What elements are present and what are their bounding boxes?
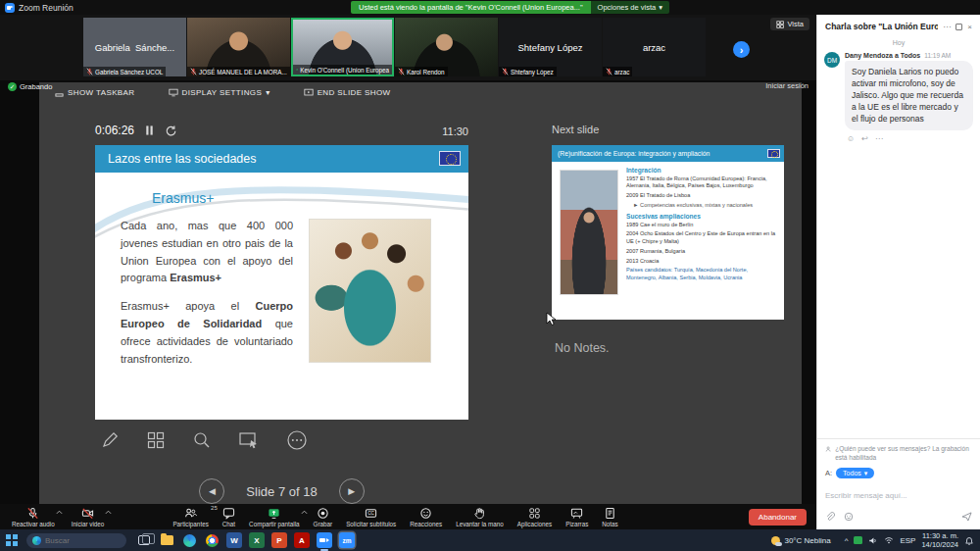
recording-label: Grabando	[20, 82, 52, 91]
participant-label-text: Kevin O'Connell (Union Europea	[300, 67, 389, 74]
end-slide-show-label: END SLIDE SHOW	[318, 88, 391, 97]
meeting-controls-group: 25 Participantes Chat Compartir pantalla…	[172, 507, 617, 527]
attach-file-icon[interactable]	[825, 512, 835, 522]
participant-tile-karol[interactable]: Karol Rendon	[395, 18, 498, 76]
zoom-slide-button[interactable]	[192, 430, 212, 450]
pause-timer-button[interactable]	[144, 125, 155, 136]
search-input[interactable]	[45, 536, 121, 545]
unmute-audio-button[interactable]: Reactivar audio	[12, 507, 55, 527]
edge-browser-icon[interactable]	[181, 532, 197, 548]
task-view-icon[interactable]	[136, 532, 152, 548]
close-icon[interactable]: ×	[967, 23, 972, 31]
mic-muted-icon	[26, 507, 39, 520]
notes-button[interactable]: Notas	[602, 507, 617, 527]
chevron-down-icon: ▾	[659, 1, 662, 14]
leave-meeting-button[interactable]: Abandonar	[749, 509, 807, 526]
next-slide-button[interactable]: ▶	[339, 478, 365, 504]
view-layout-button[interactable]: Vista	[770, 18, 809, 30]
file-explorer-icon[interactable]	[159, 532, 174, 548]
slide-counter: Slide 7 of 18	[246, 484, 317, 499]
keyboard-language[interactable]: ESP	[900, 536, 915, 545]
chat-button[interactable]: Chat	[222, 507, 235, 527]
apps-button[interactable]: Aplicaciones	[517, 507, 552, 527]
reply-icon[interactable]: ↩	[861, 134, 868, 143]
word-icon[interactable]: W	[226, 532, 242, 548]
message-actions: ☺ ↩ ⋯	[847, 134, 973, 143]
privacy-note: ¿Quién puede ver sus mensajes? La grabac…	[825, 445, 972, 462]
whiteboards-button[interactable]: Pizarras	[565, 507, 588, 527]
chevron-up-icon[interactable]	[56, 510, 63, 515]
next-slide-line: 1989 Cae el muro de Berlín	[626, 222, 779, 228]
zoom-app-icon	[5, 3, 15, 13]
display-settings-button[interactable]: DISPLAY SETTINGS ▾	[169, 88, 270, 97]
view-options-button[interactable]: Opciones de vista ▾	[591, 1, 669, 14]
compose-toolbar	[825, 512, 972, 522]
next-slide-line: 2009 El Tratado de Lisboa	[626, 192, 779, 199]
slide-grid-button[interactable]	[146, 430, 166, 450]
acrobat-icon[interactable]: A	[294, 532, 310, 548]
chevron-up-icon[interactable]	[105, 510, 112, 515]
slide-heading: Erasmus+	[152, 190, 214, 206]
raise-hand-button[interactable]: Levantar la mano	[456, 507, 504, 527]
participant-tile-shtefany[interactable]: Shtefany López Shtefany López	[499, 18, 602, 76]
shared-screen-presenter-view: SHOW TASKBAR DISPLAY SETTINGS ▾ END SLID…	[39, 82, 802, 504]
participant-tile-kevin-active-speaker[interactable]: Kevin O'Connell (Union Europea	[291, 18, 394, 76]
excel-icon[interactable]: X	[249, 532, 265, 548]
restart-timer-button[interactable]	[165, 125, 177, 137]
tray-expand-icon[interactable]: ^	[845, 536, 849, 545]
wifi-icon[interactable]	[884, 536, 894, 544]
black-screen-button[interactable]	[238, 430, 260, 450]
participant-tile-gabriela[interactable]: Gabriela Sánche... Gabriela Sánchez UCOL	[83, 18, 186, 76]
search-icon	[32, 536, 41, 545]
participant-label: Gabriela Sánchez UCOL	[83, 67, 166, 76]
previous-slide-button[interactable]: ◀	[199, 478, 224, 504]
screen-share-tray-icon[interactable]	[854, 536, 862, 544]
control-label: Iniciar video	[72, 521, 105, 527]
captions-button[interactable]: CC Solicitar subtítulos	[346, 507, 396, 527]
sign-in-link[interactable]: Iniciar sesión	[765, 81, 808, 90]
powerpoint-icon[interactable]: P	[271, 532, 287, 548]
participant-tile-arzac[interactable]: arzac arzac	[603, 18, 706, 76]
chrome-browser-icon[interactable]	[204, 532, 220, 548]
presenter-tools	[100, 429, 308, 451]
add-reaction-icon[interactable]: ☺	[847, 134, 855, 143]
chevron-up-icon[interactable]	[301, 510, 308, 515]
reactions-button[interactable]: Reacciones	[410, 507, 442, 527]
show-taskbar-button[interactable]: SHOW TASKBAR	[55, 88, 135, 97]
elapsed-timer: 0:06:26	[95, 124, 134, 137]
notifications-bell-icon[interactable]	[964, 535, 974, 545]
start-video-button[interactable]: Iniciar video	[72, 507, 105, 527]
volume-icon[interactable]	[868, 536, 878, 545]
next-participants-button[interactable]: ›	[733, 41, 750, 58]
weather-widget[interactable]: 30°C Neblina	[771, 536, 830, 545]
participant-tile-jose[interactable]: JOSÉ MANUEL DE LA MORA...	[187, 18, 290, 76]
more-icon[interactable]: ⋯	[943, 23, 951, 31]
send-icon[interactable]	[961, 512, 972, 522]
closed-captions-icon: CC	[365, 507, 377, 520]
end-slide-show-button[interactable]: END SLIDE SHOW	[304, 88, 391, 97]
chrome-glyph	[206, 534, 219, 547]
chat-message-input[interactable]	[825, 491, 972, 500]
recording-indicator[interactable]: ✓ Grabando	[8, 82, 52, 91]
zoom-meeting-window-icon[interactable]	[317, 532, 332, 548]
zoom-app-taskbar-icon[interactable]: zm	[339, 532, 355, 548]
emoji-icon[interactable]	[844, 512, 854, 522]
start-button[interactable]	[6, 534, 18, 546]
taskbar-search[interactable]	[26, 533, 126, 548]
participants-button[interactable]: 25 Participantes	[172, 507, 208, 527]
recipient-selector[interactable]: Todos ▾	[836, 468, 874, 478]
more-icon[interactable]: ⋯	[875, 134, 883, 143]
share-screen-button[interactable]: Compartir pantalla	[249, 507, 299, 527]
screen-share-banner: Usted está viendo la pantalla de "Kevin …	[351, 1, 669, 14]
popout-icon[interactable]	[956, 24, 962, 30]
pen-tool-button[interactable]	[100, 430, 120, 450]
privacy-icon	[825, 445, 831, 453]
record-button[interactable]: Grabar	[314, 507, 333, 527]
participant-label-text: arzac	[614, 69, 629, 75]
more-options-button[interactable]	[286, 429, 308, 451]
taskbar-clock[interactable]: 11:30 a. m. 14/10/2024	[921, 531, 958, 550]
next-slide-line: 2004 Ocho Estados del Centro y Este de E…	[626, 230, 779, 245]
current-slide[interactable]: Lazos entre las sociedades Erasmus+ Cada…	[95, 145, 468, 420]
next-slide-thumbnail[interactable]: (Re)unificación de Europa: integración y…	[552, 145, 784, 320]
day-divider: Hoy	[817, 39, 980, 46]
